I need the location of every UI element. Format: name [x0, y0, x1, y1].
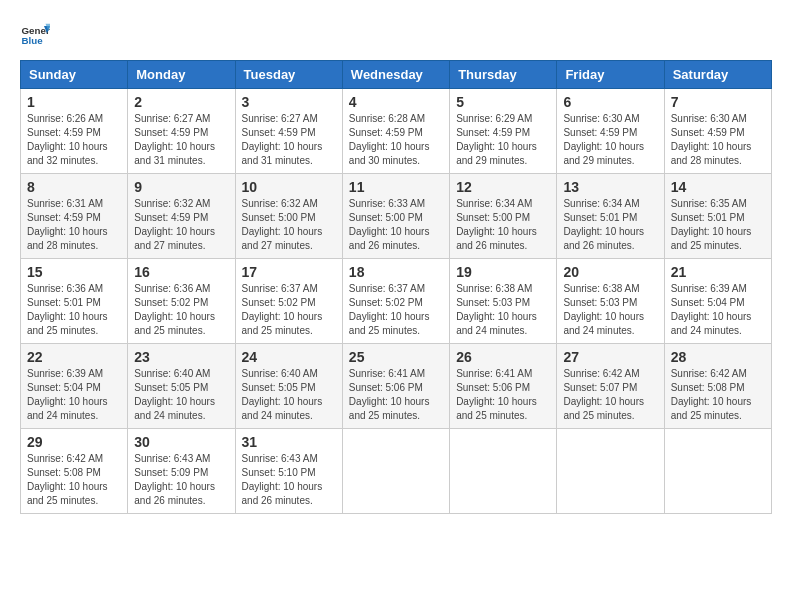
day-number: 31: [242, 434, 336, 450]
svg-text:Blue: Blue: [22, 35, 44, 46]
day-cell: 31Sunrise: 6:43 AM Sunset: 5:10 PM Dayli…: [235, 429, 342, 514]
day-cell: 26Sunrise: 6:41 AM Sunset: 5:06 PM Dayli…: [450, 344, 557, 429]
day-cell: 2Sunrise: 6:27 AM Sunset: 4:59 PM Daylig…: [128, 89, 235, 174]
day-number: 3: [242, 94, 336, 110]
day-cell: 5Sunrise: 6:29 AM Sunset: 4:59 PM Daylig…: [450, 89, 557, 174]
day-number: 2: [134, 94, 228, 110]
day-info: Sunrise: 6:36 AM Sunset: 5:02 PM Dayligh…: [134, 282, 228, 338]
day-cell: 1Sunrise: 6:26 AM Sunset: 4:59 PM Daylig…: [21, 89, 128, 174]
day-cell: 25Sunrise: 6:41 AM Sunset: 5:06 PM Dayli…: [342, 344, 449, 429]
day-info: Sunrise: 6:28 AM Sunset: 4:59 PM Dayligh…: [349, 112, 443, 168]
day-info: Sunrise: 6:39 AM Sunset: 5:04 PM Dayligh…: [27, 367, 121, 423]
day-number: 21: [671, 264, 765, 280]
day-info: Sunrise: 6:42 AM Sunset: 5:08 PM Dayligh…: [27, 452, 121, 508]
day-number: 5: [456, 94, 550, 110]
logo-icon: General Blue: [20, 20, 50, 50]
day-cell: 17Sunrise: 6:37 AM Sunset: 5:02 PM Dayli…: [235, 259, 342, 344]
header-row: SundayMondayTuesdayWednesdayThursdayFrid…: [21, 61, 772, 89]
day-info: Sunrise: 6:42 AM Sunset: 5:07 PM Dayligh…: [563, 367, 657, 423]
day-cell: 13Sunrise: 6:34 AM Sunset: 5:01 PM Dayli…: [557, 174, 664, 259]
day-number: 15: [27, 264, 121, 280]
day-cell: 30Sunrise: 6:43 AM Sunset: 5:09 PM Dayli…: [128, 429, 235, 514]
day-cell: 3Sunrise: 6:27 AM Sunset: 4:59 PM Daylig…: [235, 89, 342, 174]
day-cell: 16Sunrise: 6:36 AM Sunset: 5:02 PM Dayli…: [128, 259, 235, 344]
day-header-thursday: Thursday: [450, 61, 557, 89]
day-cell: 14Sunrise: 6:35 AM Sunset: 5:01 PM Dayli…: [664, 174, 771, 259]
day-header-monday: Monday: [128, 61, 235, 89]
week-row-3: 15Sunrise: 6:36 AM Sunset: 5:01 PM Dayli…: [21, 259, 772, 344]
day-info: Sunrise: 6:32 AM Sunset: 4:59 PM Dayligh…: [134, 197, 228, 253]
logo: General Blue: [20, 20, 50, 50]
week-row-5: 29Sunrise: 6:42 AM Sunset: 5:08 PM Dayli…: [21, 429, 772, 514]
day-cell: 11Sunrise: 6:33 AM Sunset: 5:00 PM Dayli…: [342, 174, 449, 259]
day-cell: 9Sunrise: 6:32 AM Sunset: 4:59 PM Daylig…: [128, 174, 235, 259]
day-info: Sunrise: 6:37 AM Sunset: 5:02 PM Dayligh…: [242, 282, 336, 338]
day-number: 14: [671, 179, 765, 195]
day-info: Sunrise: 6:30 AM Sunset: 4:59 PM Dayligh…: [563, 112, 657, 168]
day-info: Sunrise: 6:26 AM Sunset: 4:59 PM Dayligh…: [27, 112, 121, 168]
day-header-tuesday: Tuesday: [235, 61, 342, 89]
day-number: 9: [134, 179, 228, 195]
day-cell: [557, 429, 664, 514]
day-cell: 8Sunrise: 6:31 AM Sunset: 4:59 PM Daylig…: [21, 174, 128, 259]
day-info: Sunrise: 6:34 AM Sunset: 5:01 PM Dayligh…: [563, 197, 657, 253]
day-info: Sunrise: 6:38 AM Sunset: 5:03 PM Dayligh…: [456, 282, 550, 338]
day-cell: 15Sunrise: 6:36 AM Sunset: 5:01 PM Dayli…: [21, 259, 128, 344]
day-number: 11: [349, 179, 443, 195]
day-cell: 29Sunrise: 6:42 AM Sunset: 5:08 PM Dayli…: [21, 429, 128, 514]
day-number: 16: [134, 264, 228, 280]
day-number: 18: [349, 264, 443, 280]
day-header-wednesday: Wednesday: [342, 61, 449, 89]
day-number: 27: [563, 349, 657, 365]
day-cell: 19Sunrise: 6:38 AM Sunset: 5:03 PM Dayli…: [450, 259, 557, 344]
day-number: 25: [349, 349, 443, 365]
day-cell: 7Sunrise: 6:30 AM Sunset: 4:59 PM Daylig…: [664, 89, 771, 174]
header: General Blue: [20, 20, 772, 50]
day-cell: 28Sunrise: 6:42 AM Sunset: 5:08 PM Dayli…: [664, 344, 771, 429]
day-number: 6: [563, 94, 657, 110]
day-number: 30: [134, 434, 228, 450]
day-header-saturday: Saturday: [664, 61, 771, 89]
day-info: Sunrise: 6:38 AM Sunset: 5:03 PM Dayligh…: [563, 282, 657, 338]
week-row-4: 22Sunrise: 6:39 AM Sunset: 5:04 PM Dayli…: [21, 344, 772, 429]
day-number: 23: [134, 349, 228, 365]
day-number: 4: [349, 94, 443, 110]
day-cell: [664, 429, 771, 514]
day-number: 19: [456, 264, 550, 280]
day-cell: [450, 429, 557, 514]
day-cell: 20Sunrise: 6:38 AM Sunset: 5:03 PM Dayli…: [557, 259, 664, 344]
day-number: 7: [671, 94, 765, 110]
day-number: 26: [456, 349, 550, 365]
day-header-sunday: Sunday: [21, 61, 128, 89]
day-cell: 24Sunrise: 6:40 AM Sunset: 5:05 PM Dayli…: [235, 344, 342, 429]
day-info: Sunrise: 6:40 AM Sunset: 5:05 PM Dayligh…: [134, 367, 228, 423]
day-cell: 23Sunrise: 6:40 AM Sunset: 5:05 PM Dayli…: [128, 344, 235, 429]
calendar: SundayMondayTuesdayWednesdayThursdayFrid…: [20, 60, 772, 514]
day-cell: 12Sunrise: 6:34 AM Sunset: 5:00 PM Dayli…: [450, 174, 557, 259]
day-info: Sunrise: 6:36 AM Sunset: 5:01 PM Dayligh…: [27, 282, 121, 338]
day-info: Sunrise: 6:34 AM Sunset: 5:00 PM Dayligh…: [456, 197, 550, 253]
day-number: 13: [563, 179, 657, 195]
day-number: 10: [242, 179, 336, 195]
day-cell: 18Sunrise: 6:37 AM Sunset: 5:02 PM Dayli…: [342, 259, 449, 344]
day-info: Sunrise: 6:32 AM Sunset: 5:00 PM Dayligh…: [242, 197, 336, 253]
day-info: Sunrise: 6:35 AM Sunset: 5:01 PM Dayligh…: [671, 197, 765, 253]
day-number: 1: [27, 94, 121, 110]
day-info: Sunrise: 6:41 AM Sunset: 5:06 PM Dayligh…: [349, 367, 443, 423]
day-info: Sunrise: 6:42 AM Sunset: 5:08 PM Dayligh…: [671, 367, 765, 423]
day-number: 8: [27, 179, 121, 195]
day-number: 29: [27, 434, 121, 450]
day-info: Sunrise: 6:27 AM Sunset: 4:59 PM Dayligh…: [242, 112, 336, 168]
day-cell: 22Sunrise: 6:39 AM Sunset: 5:04 PM Dayli…: [21, 344, 128, 429]
week-row-2: 8Sunrise: 6:31 AM Sunset: 4:59 PM Daylig…: [21, 174, 772, 259]
day-header-friday: Friday: [557, 61, 664, 89]
day-number: 24: [242, 349, 336, 365]
day-info: Sunrise: 6:40 AM Sunset: 5:05 PM Dayligh…: [242, 367, 336, 423]
day-number: 28: [671, 349, 765, 365]
day-cell: 6Sunrise: 6:30 AM Sunset: 4:59 PM Daylig…: [557, 89, 664, 174]
day-number: 12: [456, 179, 550, 195]
day-number: 17: [242, 264, 336, 280]
day-cell: 10Sunrise: 6:32 AM Sunset: 5:00 PM Dayli…: [235, 174, 342, 259]
day-info: Sunrise: 6:30 AM Sunset: 4:59 PM Dayligh…: [671, 112, 765, 168]
day-info: Sunrise: 6:27 AM Sunset: 4:59 PM Dayligh…: [134, 112, 228, 168]
